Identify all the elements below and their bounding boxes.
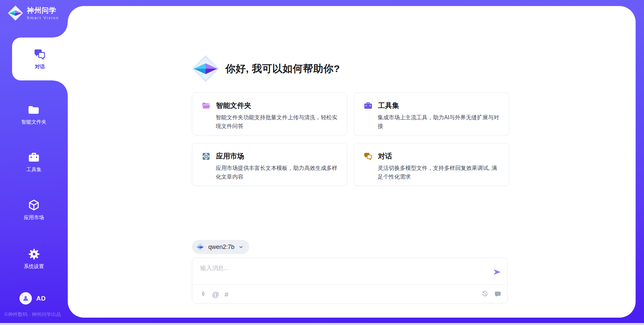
sidebar-item-label: 工具集 [26, 167, 42, 173]
copyright-footer: ©神州数码 · 神州问学出品 [4, 311, 61, 318]
feature-cards: 智能文件夹 智能文件夹功能支持批量文件上传与清洗，轻松实现文件问答 工具集 集成… [192, 92, 509, 186]
card-description: 灵活切换多模型文件，支持多样回复效果调试, 满足个性化需求 [378, 164, 500, 181]
sidebar-item-toolbox[interactable]: 工具集 [0, 147, 68, 178]
card-smart-folder[interactable]: 智能文件夹 智能文件夹功能支持批量文件上传与清洗，轻松实现文件问答 [192, 92, 347, 135]
sidebar-item-label: 对话 [35, 64, 45, 70]
cube-icon [28, 199, 40, 211]
model-name: qwen2:7b [208, 244, 234, 251]
card-chat[interactable]: 对话 灵活切换多模型文件，支持多样回复效果调试, 满足个性化需求 [354, 143, 509, 186]
hash-icon: # [224, 291, 228, 298]
brand-name: 神州问学 [27, 6, 59, 14]
send-button[interactable] [493, 268, 501, 277]
brand-logo: 神州问学 Smart Vision [7, 5, 59, 21]
new-conversation-button[interactable] [494, 290, 501, 298]
greeting-block: 你好, 我可以如何帮助你? [191, 54, 340, 83]
history-icon [481, 290, 489, 298]
card-title: 应用市场 [216, 151, 244, 161]
sidebar-item-label: 智能文件夹 [21, 119, 47, 125]
mention-button[interactable]: @ [212, 291, 219, 298]
greeting-title: 你好, 我可以如何帮助你? [225, 62, 340, 76]
sidebar: 神州问学 Smart Vision 对话 智能文件夹 工具集 [0, 0, 68, 325]
chat-icon [364, 152, 373, 161]
user-name: AD [36, 295, 46, 302]
screen-bottom-edge [0, 323, 644, 325]
message-input[interactable] [200, 263, 486, 282]
card-head: 智能文件夹 [202, 101, 338, 110]
paperclip-icon [200, 291, 207, 298]
attach-file-button[interactable] [200, 291, 207, 298]
assistant-logo-icon [191, 54, 220, 83]
folder-icon [28, 104, 40, 116]
toolbox-icon [364, 101, 373, 110]
folder-open-icon [202, 101, 211, 110]
card-head: 工具集 [364, 101, 500, 110]
main-content-panel: 你好, 我可以如何帮助你? 智能文件夹 智能文件夹功能支持批量文件上传与清洗，轻… [68, 6, 636, 318]
card-description: 智能文件夹功能支持批量文件上传与清洗，轻松实现文件问答 [216, 113, 338, 131]
chevron-down-icon [238, 244, 244, 250]
sidebar-item-chat[interactable]: 对话 [12, 38, 68, 80]
message-composer: @ # [192, 258, 508, 304]
sidebar-item-settings[interactable]: 系统设置 [0, 243, 68, 274]
composer-toolbar: @ # [200, 285, 501, 304]
card-title: 智能文件夹 [216, 101, 251, 110]
brand-diamond-icon [7, 5, 23, 21]
toolbox-icon [28, 151, 40, 164]
card-toolbox[interactable]: 工具集 集成市场上主流工具，助力AI与外界无缝扩展与对接 [354, 92, 509, 135]
apps-grid-icon [202, 152, 211, 161]
card-head: 对话 [364, 151, 500, 161]
chat-icon [34, 48, 46, 61]
card-description: 应用市场提供丰富长文本模板，助力高效生成多样化文章内容 [216, 164, 338, 181]
card-title: 对话 [378, 151, 392, 161]
history-button[interactable] [481, 290, 489, 298]
card-head: 应用市场 [202, 151, 338, 161]
model-logo-icon [196, 243, 205, 251]
at-icon: @ [212, 291, 219, 298]
sidebar-item-label: 应用市场 [24, 214, 44, 221]
comment-icon [494, 290, 501, 298]
sidebar-item-label: 系统设置 [24, 263, 44, 270]
topic-button[interactable]: # [224, 291, 228, 298]
card-app-market[interactable]: 应用市场 应用市场提供丰富长文本模板，助力高效生成多样化文章内容 [192, 143, 347, 186]
sidebar-item-app-market[interactable]: 应用市场 [0, 194, 68, 225]
sidebar-item-smart-folder[interactable]: 智能文件夹 [0, 99, 68, 130]
card-title: 工具集 [378, 101, 399, 110]
user-avatar-icon [19, 292, 32, 305]
model-selector[interactable]: qwen2:7b [192, 240, 249, 254]
send-icon [493, 268, 501, 277]
gear-icon [28, 248, 40, 260]
user-profile[interactable]: AD [19, 292, 46, 305]
card-description: 集成市场上主流工具，助力AI与外界无缝扩展与对接 [378, 113, 500, 131]
brand-subtitle: Smart Vision [27, 16, 59, 20]
